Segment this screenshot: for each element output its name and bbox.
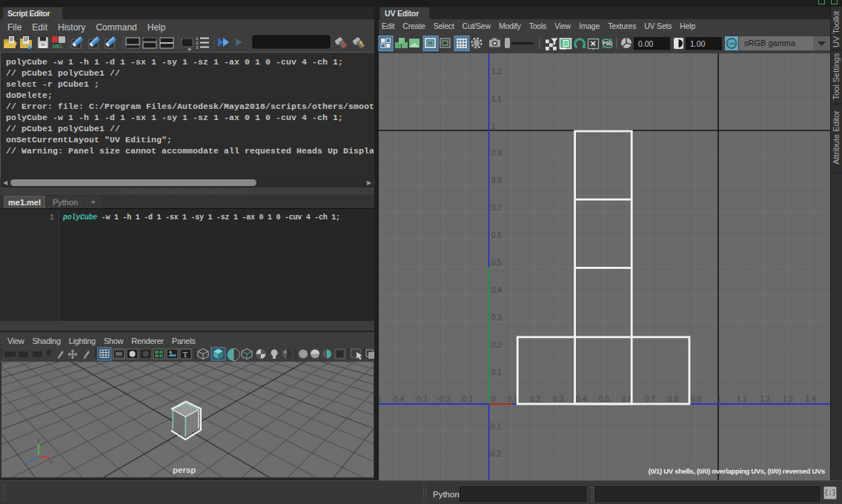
svg-text:y: y bbox=[37, 437, 40, 443]
svg-text:0.8: 0.8 bbox=[491, 176, 502, 185]
svg-text:-0.1: -0.1 bbox=[460, 395, 474, 403]
svg-text:0.3: 0.3 bbox=[553, 395, 563, 403]
svg-text:1: 1 bbox=[491, 122, 496, 130]
svg-text:0.00: 0.00 bbox=[638, 39, 654, 48]
svg-text:x: x bbox=[50, 459, 53, 464]
svg-text:0.8: 0.8 bbox=[668, 395, 678, 403]
svg-text:PSD: PSD bbox=[603, 41, 613, 46]
svg-text:0.4: 0.4 bbox=[491, 286, 502, 294]
svg-text:-0.2: -0.2 bbox=[488, 450, 502, 458]
svg-text:-0.4: -0.4 bbox=[391, 395, 405, 403]
svg-text:-0.3: -0.3 bbox=[414, 395, 428, 403]
svg-text:(0/1) UV shells, (0/0) overlap: (0/1) UV shells, (0/0) overlapping UVs, … bbox=[649, 467, 825, 475]
svg-text:-0.5: -0.5 bbox=[379, 395, 382, 403]
svg-text:0.1: 0.1 bbox=[507, 395, 517, 403]
svg-text:0.1: 0.1 bbox=[491, 368, 502, 377]
svg-text:0.7: 0.7 bbox=[645, 395, 655, 403]
svg-text:z: z bbox=[26, 460, 29, 465]
svg-text:0.5: 0.5 bbox=[599, 395, 609, 403]
svg-text:Attribute Editor: Attribute Editor bbox=[832, 110, 841, 165]
svg-text:1.2: 1.2 bbox=[760, 395, 770, 403]
svg-text:Tool Settings: Tool Settings bbox=[832, 53, 841, 99]
svg-text:0.6: 0.6 bbox=[491, 231, 502, 239]
svg-text:-0.1: -0.1 bbox=[488, 422, 502, 431]
svg-text:UV Toolkit: UV Toolkit bbox=[832, 11, 841, 47]
svg-text:0.7: 0.7 bbox=[491, 204, 502, 212]
svg-text:0.4: 0.4 bbox=[576, 395, 586, 403]
svg-text:1.3: 1.3 bbox=[783, 395, 793, 403]
svg-text:T: T bbox=[183, 350, 188, 359]
svg-text:1.1: 1.1 bbox=[491, 95, 502, 103]
svg-text:0: 0 bbox=[491, 395, 496, 403]
svg-text:0.9: 0.9 bbox=[691, 395, 701, 403]
svg-text:1.4: 1.4 bbox=[806, 395, 816, 403]
svg-text:1: 1 bbox=[717, 395, 721, 403]
svg-text:1.00: 1.00 bbox=[690, 39, 706, 48]
svg-text:sRGB gamma: sRGB gamma bbox=[744, 39, 796, 47]
svg-text:ON: ON bbox=[729, 42, 735, 46]
svg-text:0.2: 0.2 bbox=[491, 341, 502, 349]
svg-text:1.2: 1.2 bbox=[491, 67, 502, 76]
svg-text:0.5: 0.5 bbox=[491, 259, 502, 267]
svg-text:persp: persp bbox=[173, 465, 196, 474]
svg-text:-0.2: -0.2 bbox=[437, 395, 451, 403]
svg-text:1.1: 1.1 bbox=[737, 395, 747, 403]
svg-text:0.3: 0.3 bbox=[491, 314, 502, 322]
svg-text:0.2: 0.2 bbox=[530, 395, 540, 403]
svg-text:0.9: 0.9 bbox=[491, 149, 502, 157]
